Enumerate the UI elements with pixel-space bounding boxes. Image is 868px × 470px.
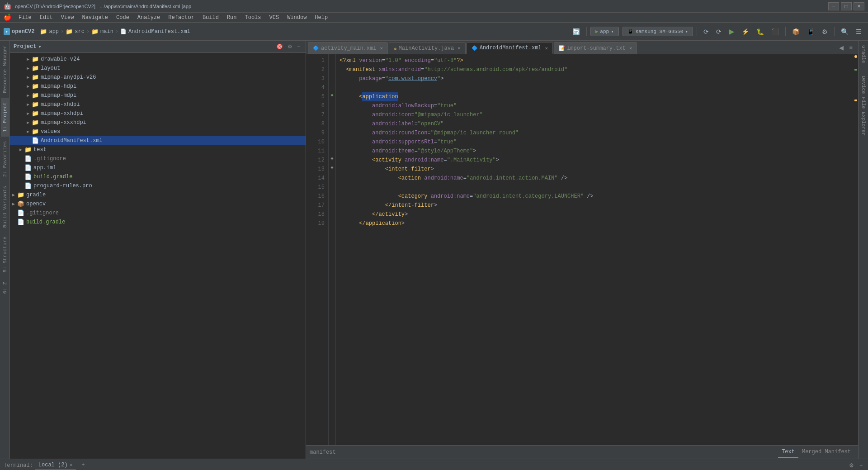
breadcrumb-src[interactable]: src — [75, 28, 85, 35]
menu-file[interactable]: File — [15, 14, 35, 22]
tab-settings-btn[interactable]: ≡ — [847, 43, 854, 52]
tree-item-mipmap-xhdpi[interactable]: ▶ 📁 mipmap-xhdpi — [10, 100, 306, 109]
project-tab[interactable]: 1: Project — [1, 98, 9, 137]
refresh-btn[interactable]: ⟳ — [701, 26, 712, 37]
tree-item-drawable[interactable]: ▶ 📁 drawable-v24 — [10, 55, 306, 64]
code-line-3: package="com.wust.opencv"> — [340, 74, 848, 83]
window-minimize-btn[interactable]: − — [828, 2, 839, 10]
breadcrumb: 📁 app › 📁 src › 📁 main › 📄 AndroidManife… — [40, 28, 190, 35]
menu-navigate[interactable]: Navigate — [78, 14, 112, 22]
recent-files-btn[interactable]: ◀ — [837, 43, 845, 52]
code-line-9: android:roundIcon="@mipmap/ic_launcher_r… — [340, 128, 848, 138]
structure-tab[interactable]: 5: Structure — [1, 232, 9, 277]
terminal-settings-btn[interactable]: ⚙ — [847, 461, 856, 470]
code-line-7: android:icon="@mipmap/ic_launcher" — [340, 110, 848, 119]
menu-analyze[interactable]: Analyze — [134, 14, 164, 22]
profile-btn[interactable]: ⚡ — [739, 26, 752, 37]
menu-vcs[interactable]: VCS — [266, 14, 283, 22]
tab-merged-manifest[interactable]: Merged Manifest — [798, 447, 854, 458]
tree-item-mipmap-xxxhdpi[interactable]: ▶ 📁 mipmap-xxxhdpi — [10, 118, 306, 127]
favorites-tab[interactable]: 2: Favorites — [1, 137, 9, 181]
sdk-manager-btn[interactable]: 📦 — [789, 26, 802, 37]
expand-arrow: ▶ — [24, 93, 32, 98]
window-maximize-btn[interactable]: □ — [841, 2, 852, 10]
run-btn[interactable]: ▶ — [726, 25, 737, 38]
tab-close-btn[interactable]: ✕ — [458, 45, 461, 51]
tree-item-test[interactable]: ▶ 📁 test — [10, 145, 306, 154]
settings-btn[interactable]: ⚙ — [819, 26, 830, 37]
menu-view[interactable]: View — [57, 14, 78, 22]
tree-item-app-iml[interactable]: 📄 app.iml — [10, 163, 306, 172]
window-close-btn[interactable]: × — [854, 2, 864, 10]
gutter-line4 — [329, 81, 335, 90]
expand-arrow: ▶ — [24, 75, 32, 80]
menu-refactor[interactable]: Refactor — [165, 14, 198, 22]
gradle-tab[interactable]: Gradle — [859, 41, 868, 68]
device-selector[interactable]: 📱 samsung SM-G9550 ▾ — [623, 27, 693, 36]
breadcrumb-main[interactable]: main — [100, 28, 113, 35]
tab-close-btn[interactable]: ✕ — [545, 45, 548, 51]
close-panel-btn[interactable]: − — [295, 43, 302, 51]
stop-btn[interactable]: ⬛ — [769, 26, 782, 37]
tree-item-gitignore[interactable]: 📄 .gitignore — [10, 154, 306, 163]
settings-gear-btn[interactable]: ⚙ — [286, 43, 294, 51]
menu-run[interactable]: Run — [223, 14, 241, 22]
breadcrumb-app[interactable]: app — [49, 28, 59, 35]
avd-manager-btn[interactable]: 📱 — [804, 26, 817, 37]
menu-apple[interactable]: 🍎 — [4, 14, 11, 21]
menu-help[interactable]: Help — [311, 14, 331, 22]
z-tab[interactable]: 6: Z — [1, 277, 9, 298]
tab-androidmanifest[interactable]: 🔷 AndroidManifest.xml ✕ — [467, 42, 553, 54]
tree-item-layout[interactable]: ▶ 📁 layout — [10, 64, 306, 73]
terminal-tab-local[interactable]: Local (2) ✕ — [35, 461, 76, 470]
toolbar-sync-btn[interactable]: 🔄 — [570, 26, 583, 37]
run-config-selector[interactable]: ▶ app ▾ — [590, 27, 619, 36]
tree-item-build-gradle2[interactable]: 📄 build.gradle — [10, 218, 306, 227]
tree-item-gitignore2[interactable]: 📄 .gitignore — [10, 209, 306, 218]
terminal-close-icon[interactable]: ✕ — [70, 462, 73, 468]
tree-item-gradle[interactable]: ▶ 📁 gradle — [10, 190, 306, 199]
tree-item-values[interactable]: ▶ 📁 values — [10, 127, 306, 136]
tree-item-mipmap-xxhdpi[interactable]: ▶ 📁 mipmap-xxhdpi — [10, 109, 306, 118]
window-title: openCV [D:\AndroidPrject\openCV2] - ...\… — [15, 4, 828, 9]
debug-btn[interactable]: 🐛 — [754, 26, 767, 37]
menu-window[interactable]: Window — [283, 14, 310, 22]
code-line-16: <category android:name="android.intent.c… — [340, 192, 848, 201]
item-name: opencv — [26, 201, 46, 207]
breadcrumb-file[interactable]: AndroidManifest.xml — [128, 28, 190, 35]
tree-item-proguard[interactable]: 📄 proguard-rules.pro — [10, 181, 306, 190]
editor-tabs: 🔷 activity_main.xml ✕ ☕ MainActivity.jav… — [306, 41, 858, 54]
menu-code[interactable]: Code — [113, 14, 133, 22]
menu-build[interactable]: Build — [199, 14, 222, 22]
tree-item-mipmap-anydpi[interactable]: ▶ 📁 mipmap-anydpi-v26 — [10, 73, 306, 82]
tab-close-btn[interactable]: ✕ — [629, 45, 632, 51]
tab-mainactivity[interactable]: ☕ MainActivity.java ✕ — [389, 42, 466, 54]
tree-item-mipmap-mdpi[interactable]: ▶ 📁 mipmap-mdpi — [10, 91, 306, 100]
expand-arrow: ▶ — [24, 129, 32, 134]
search-everywhere-btn[interactable]: 🔍 — [838, 26, 851, 37]
code-line-13: <intent-filter> — [340, 165, 848, 174]
layout-btn[interactable]: ☰ — [853, 26, 864, 37]
tab-activity-main[interactable]: 🔷 activity_main.xml ✕ — [308, 42, 388, 54]
menu-edit[interactable]: Edit — [36, 14, 57, 22]
tree-item-build-gradle[interactable]: 📄 build.gradle — [10, 172, 306, 181]
add-terminal-btn[interactable]: + — [78, 461, 88, 470]
tab-import-summary[interactable]: 📝 import-summary.txt ✕ — [554, 42, 637, 54]
tree-item-androidmanifest[interactable]: 📄 AndroidManifest.xml — [10, 136, 306, 145]
code-content[interactable]: <?xml version="1.0" encoding="utf-8"?> <… — [336, 54, 852, 445]
tab-close-btn[interactable]: ✕ — [380, 45, 383, 51]
terminal-minimize-btn[interactable]: − — [858, 461, 864, 470]
folder-icon: 📁 — [32, 110, 39, 117]
item-name: mipmap-xhdpi — [41, 101, 80, 108]
device-file-explorer-tab[interactable]: Device File Explorer — [859, 71, 868, 140]
left-vertical-tabs: Resource Manager 1: Project 2: Favorites… — [0, 41, 10, 459]
locate-file-btn[interactable]: 🎯 — [274, 43, 285, 51]
resource-manager-tab[interactable]: Resource Manager — [1, 41, 9, 98]
tree-item-opencv[interactable]: ▶ 📦 opencv — [10, 199, 306, 209]
menu-tools[interactable]: Tools — [241, 14, 265, 22]
panel-dropdown-icon: ▾ — [38, 43, 41, 50]
tree-item-mipmap-hdpi[interactable]: ▶ 📁 mipmap-hdpi — [10, 82, 306, 91]
build-variants-tab[interactable]: Build Variants — [1, 181, 9, 232]
tab-text[interactable]: Text — [778, 447, 798, 458]
redo-btn[interactable]: ⟳ — [713, 26, 724, 37]
